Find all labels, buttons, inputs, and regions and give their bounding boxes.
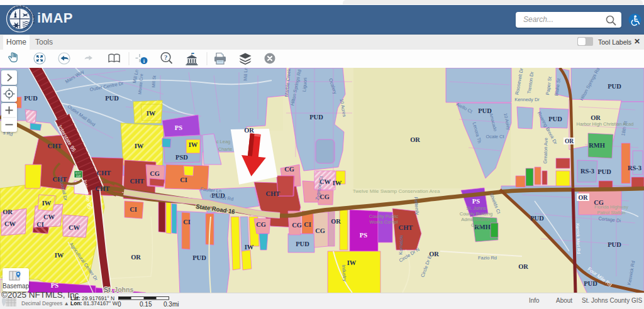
svg-text:CW: CW: [4, 220, 16, 227]
svg-text:OR: OR: [244, 127, 254, 134]
svg-text:PUD: PUD: [608, 241, 621, 248]
svg-text:Harbor High Christian Acad: Harbor High Christian Acad: [577, 121, 634, 127]
svg-text:PUD: PUD: [24, 95, 38, 102]
svg-text:Komatzki: Komatzki: [397, 235, 404, 254]
svg-text:CW: CW: [43, 214, 55, 220]
svg-text:PUD: PUD: [608, 83, 621, 90]
svg-text:PUD: PUD: [548, 116, 562, 122]
svg-text:OR: OR: [591, 114, 601, 121]
svg-text:St. Johns: St. Johns: [104, 286, 133, 293]
svg-text:St. Johns: St. Johns: [466, 205, 486, 211]
svg-text:IW: IW: [42, 200, 52, 207]
svg-text:Works Compl: Works Compl: [370, 219, 398, 225]
svg-text:Fazio Rd: Fazio Rd: [478, 255, 497, 261]
svg-text:CI: CI: [183, 219, 191, 225]
svg-text:County Public: County Public: [369, 214, 399, 219]
svg-text:CI: CI: [304, 221, 311, 228]
svg-text:RMH: RMH: [589, 142, 605, 149]
svg-text:?: ?: [164, 54, 167, 61]
svg-text:CG: CG: [256, 221, 266, 228]
svg-text:OR: OR: [565, 138, 574, 144]
svg-text:CI: CI: [130, 206, 137, 213]
svg-text:Administration: Administration: [461, 217, 491, 222]
svg-text:RS-3: RS-3: [628, 165, 641, 171]
svg-text:Charte: Charte: [218, 146, 233, 152]
svg-text:County Building: County Building: [460, 211, 493, 217]
svg-text:IW: IW: [189, 141, 198, 148]
svg-text:c Leag: c Leag: [216, 139, 231, 144]
svg-text:PUD: PUD: [597, 168, 611, 175]
svg-text:Patrol Station: Patrol Station: [597, 210, 625, 215]
svg-text:H: H: [18, 4, 20, 8]
svg-text:OR: OR: [579, 194, 589, 201]
svg-text:IW: IW: [147, 110, 156, 117]
svg-text:PUD: PUD: [296, 241, 309, 247]
svg-text:CHT: CHT: [96, 185, 110, 192]
svg-text:CG: CG: [315, 227, 325, 234]
svg-text:Greaton Ave: Greaton Ave: [542, 138, 548, 164]
svg-text:CHT: CHT: [48, 143, 62, 149]
svg-text:Twelve Mile Swamp Conservation: Twelve Mile Swamp Conservation Area: [353, 188, 440, 194]
svg-text:OR: OR: [131, 254, 141, 261]
svg-text:IW: IW: [245, 244, 254, 251]
svg-text:PS: PS: [175, 124, 182, 131]
svg-text:PSD: PSD: [175, 154, 188, 161]
svg-text:CI: CI: [36, 221, 44, 228]
svg-text:PUD: PUD: [192, 254, 206, 261]
svg-text:Kennedy Dr: Kennedy Dr: [514, 97, 540, 102]
svg-text:OR: OR: [410, 136, 420, 143]
svg-text:CI: CI: [180, 176, 187, 183]
svg-text:PS: PS: [51, 282, 58, 289]
svg-text:PUD: PUD: [105, 95, 119, 102]
svg-text:IW: IW: [333, 180, 342, 187]
svg-text:OR: OR: [331, 218, 341, 225]
svg-text:Y: Y: [32, 22, 35, 24]
svg-text:PS: PS: [472, 198, 480, 205]
svg-text:IW: IW: [347, 259, 357, 266]
svg-text:IW: IW: [135, 143, 144, 149]
svg-text:OR: OR: [3, 209, 13, 215]
svg-text:CHT: CHT: [399, 224, 413, 231]
svg-text:CHT: CHT: [130, 178, 145, 185]
svg-text:Com: Com: [471, 222, 481, 228]
svg-text:Ocale Ct: Ocale Ct: [486, 134, 504, 139]
svg-text:CG: CG: [319, 193, 330, 200]
svg-text:CG: CG: [284, 166, 294, 173]
svg-text:PUD: PUD: [584, 280, 597, 287]
svg-text:PUD: PUD: [530, 215, 544, 222]
svg-text:Mill Ln: Mill Ln: [243, 68, 249, 81]
svg-text:RS-3: RS-3: [580, 168, 594, 175]
svg-text:CG: CG: [292, 222, 302, 229]
svg-text:PUD: PUD: [309, 114, 323, 121]
svg-text:OR: OR: [518, 263, 528, 270]
svg-text:IW: IW: [55, 252, 64, 259]
svg-text:PS: PS: [360, 232, 367, 239]
svg-text:CHT: CHT: [266, 190, 280, 197]
svg-text:CW: CW: [69, 224, 80, 231]
svg-text:CG: CG: [150, 170, 160, 177]
svg-text:318: 318: [76, 175, 81, 178]
svg-text:CHT: CHT: [97, 170, 111, 176]
svg-text:Florida Highway: Florida Highway: [594, 204, 628, 210]
